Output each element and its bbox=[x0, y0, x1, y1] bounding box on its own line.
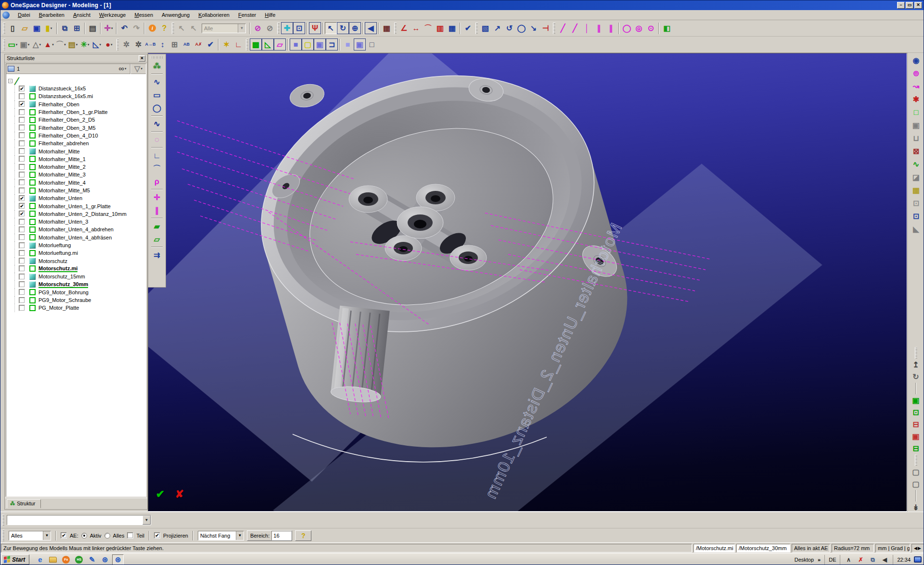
tree-item[interactable]: Motorhalter_Mitte_4 bbox=[8, 179, 146, 187]
simple-shaded-icon[interactable]: ■ bbox=[342, 38, 354, 50]
slot-icon[interactable]: ◌ bbox=[150, 133, 164, 146]
wireframe-shaded-icon[interactable]: ▣ bbox=[314, 38, 326, 50]
wedge-icon[interactable]: ◪ bbox=[910, 171, 923, 184]
tree-item[interactable]: Filterhalter_Oben_4_D10 bbox=[8, 132, 146, 139]
tree-item[interactable]: Motorhalter_Mitte bbox=[8, 147, 146, 155]
turn-icon[interactable]: △▾ bbox=[31, 38, 43, 50]
confirm-icon[interactable]: ✔ bbox=[153, 488, 167, 501]
visibility-checkbox[interactable] bbox=[19, 274, 25, 280]
circle-points-icon[interactable]: ◎ bbox=[633, 22, 645, 34]
remove-b-icon[interactable]: A✗ bbox=[192, 38, 205, 50]
info-icon[interactable]: i bbox=[146, 22, 158, 34]
mill-icon[interactable]: ▲▾ bbox=[43, 38, 55, 50]
visibility-checkbox[interactable] bbox=[19, 242, 25, 249]
toolbar-chevron-icon[interactable]: » bbox=[818, 557, 821, 563]
zoom-frame-blue-icon[interactable]: ⊡ bbox=[910, 210, 923, 223]
cylinder-tool-icon[interactable]: ⊔ bbox=[910, 132, 923, 145]
split-curve-icon[interactable]: ✱ bbox=[910, 93, 923, 106]
aktiv-radio[interactable] bbox=[81, 533, 87, 539]
find-icon[interactable]: ∞▾ bbox=[116, 63, 128, 75]
start-button[interactable]: Start bbox=[1, 554, 29, 565]
dimension-arc-icon[interactable]: ⌒ bbox=[422, 22, 434, 34]
desktop-toolbar-label[interactable]: Desktop bbox=[795, 557, 814, 563]
tree-item[interactable]: Motorhalter_Mitte_M5 bbox=[8, 187, 146, 194]
menu-werkzeuge[interactable]: Werkzeuge bbox=[95, 11, 130, 19]
command-combobox[interactable]: ▼ bbox=[7, 515, 151, 525]
viewport[interactable]: Motorhalter_Unten_2_Distanz_10mm ✔✘ bbox=[148, 53, 907, 512]
visibility-checkbox[interactable] bbox=[19, 219, 25, 225]
dropdown-arrow-icon[interactable]: ▾ bbox=[28, 43, 30, 47]
cancel-icon[interactable]: ✘ bbox=[172, 488, 187, 501]
zoom-frame-icon[interactable]: ⊡ bbox=[910, 197, 923, 210]
scale-part-icon[interactable]: ↘ bbox=[527, 22, 539, 34]
dimension-angle-icon[interactable]: ∠ bbox=[398, 22, 410, 34]
open-box-icon[interactable]: ⊡ bbox=[910, 406, 922, 418]
panel-title-bar[interactable]: Strukturliste ✕ bbox=[5, 54, 147, 63]
tree-item[interactable]: Motorhalter_Unten_4_abdrehen bbox=[8, 226, 146, 233]
scope-select[interactable]: Alles ▼ bbox=[9, 531, 51, 540]
project-part-icon[interactable]: ▱ bbox=[150, 233, 164, 246]
minimize-button[interactable]: – bbox=[897, 2, 905, 9]
structure-browser-icon[interactable]: ⁂ bbox=[150, 60, 164, 73]
volume-icon[interactable]: ◀ bbox=[880, 555, 889, 564]
collapse-icon[interactable]: − bbox=[8, 79, 13, 83]
circle-mode-icon[interactable]: ⊚ bbox=[910, 67, 923, 80]
box-chamfer-icon[interactable]: ▢ bbox=[910, 478, 922, 490]
tray-expand-icon[interactable]: ∧ bbox=[844, 555, 853, 564]
zoom-in-out-icon[interactable]: ⊕ bbox=[349, 22, 361, 34]
chamfer-icon[interactable]: ✲ bbox=[132, 38, 144, 50]
redo-icon[interactable]: ↷ bbox=[130, 22, 142, 34]
visibility-checkbox[interactable] bbox=[19, 297, 25, 303]
folder-icon[interactable]: ▭ bbox=[47, 554, 59, 565]
visibility-checkbox[interactable] bbox=[19, 203, 25, 209]
new-file-icon[interactable]: ▯ bbox=[7, 22, 19, 34]
tree-item[interactable]: Motorhalter_Unten_4_abfräsen bbox=[8, 234, 146, 241]
corner-icon[interactable]: ∟ bbox=[150, 149, 164, 162]
menu-fenster[interactable]: Fenster bbox=[234, 11, 260, 19]
shaded-view-icon[interactable]: ■ bbox=[290, 38, 302, 50]
visibility-checkbox[interactable] bbox=[19, 164, 25, 170]
visibility-checkbox[interactable] bbox=[19, 258, 25, 264]
tree-item[interactable]: PG_Motor_Platte bbox=[8, 304, 146, 312]
undo-icon[interactable]: ↶ bbox=[118, 22, 130, 34]
tree-item[interactable]: Motorhalter_Unten bbox=[8, 194, 146, 202]
construction-line-icon[interactable]: ✛ bbox=[150, 191, 164, 204]
tree-item[interactable]: Motorhalter_Unten_1_gr.Platte bbox=[8, 202, 146, 210]
language-indicator[interactable]: DE bbox=[829, 557, 836, 563]
dropdown-arrow-icon[interactable]: ▾ bbox=[141, 67, 142, 71]
ae-checkbox[interactable] bbox=[61, 532, 67, 539]
context-help-button[interactable]: ? bbox=[295, 530, 311, 541]
tree-item[interactable]: Motorschutz bbox=[8, 257, 146, 265]
menu-messen[interactable]: Messen bbox=[130, 11, 157, 19]
trim-icon[interactable]: ⊣ bbox=[539, 22, 552, 34]
wireframe-icon[interactable]: □ bbox=[366, 38, 378, 50]
menu-ansicht[interactable]: Ansicht bbox=[69, 11, 95, 19]
visibility-checkbox[interactable] bbox=[19, 281, 25, 288]
menu-kollaborieren[interactable]: Kollaborieren bbox=[194, 11, 234, 19]
visibility-checkbox[interactable] bbox=[19, 109, 25, 115]
visibility-checkbox[interactable] bbox=[19, 125, 25, 131]
filter-icon[interactable]: ▽▾ bbox=[132, 63, 144, 75]
snap-select[interactable]: Nächst Fang ▼ bbox=[198, 531, 244, 540]
visibility-checkbox[interactable] bbox=[19, 172, 25, 178]
visibility-checkbox[interactable] bbox=[19, 195, 25, 201]
curve-circle-icon[interactable]: ρ bbox=[150, 175, 164, 188]
blend-icon[interactable]: ✲ bbox=[120, 38, 132, 50]
view-axis-icon[interactable]: Ψ bbox=[309, 22, 321, 34]
pattern-icon[interactable]: ✳▾ bbox=[79, 38, 91, 50]
line-vertical-icon[interactable]: │ bbox=[581, 22, 593, 34]
tree-item[interactable]: Filterhalter_Oben_2_D5 bbox=[8, 116, 146, 124]
view-profile-icon[interactable]: ▱ bbox=[274, 38, 286, 50]
visibility-checkbox[interactable] bbox=[19, 156, 25, 162]
open-file-icon[interactable]: ▱ bbox=[19, 22, 31, 34]
box-pull-icon[interactable]: ⊠ bbox=[910, 145, 923, 158]
display-settings-icon[interactable] bbox=[914, 556, 922, 563]
spline-icon[interactable]: ∿ bbox=[150, 117, 164, 130]
shaded-edges-view-icon[interactable]: ▢ bbox=[302, 38, 314, 50]
tree-item[interactable]: Filterhalter_abdrehen bbox=[8, 139, 146, 147]
pull-up-icon[interactable]: ↥ bbox=[910, 359, 922, 371]
paste-icon[interactable]: ⊞ bbox=[71, 22, 83, 34]
delete-sketch-icon[interactable]: ⊘ bbox=[252, 22, 264, 34]
camera-icon[interactable]: ▦ bbox=[381, 22, 393, 34]
tree-item[interactable]: Distanzstueck_16x5.mi bbox=[8, 92, 146, 100]
